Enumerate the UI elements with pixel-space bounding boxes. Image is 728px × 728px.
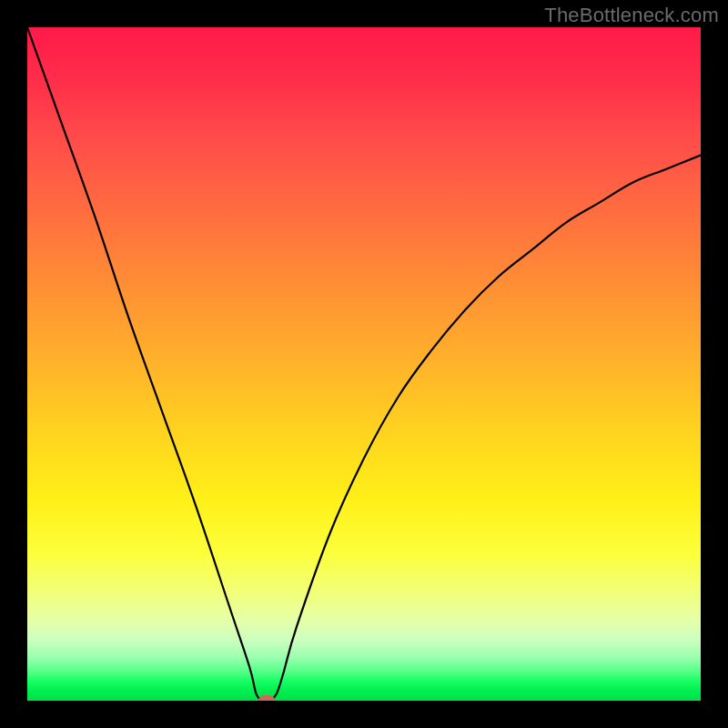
bottleneck-curve — [27, 27, 701, 701]
optimum-marker — [258, 695, 275, 701]
chart-frame: TheBottleneck.com — [0, 0, 728, 728]
plot-area — [27, 27, 701, 701]
curve-layer — [27, 27, 701, 701]
watermark-text: TheBottleneck.com — [544, 4, 719, 27]
